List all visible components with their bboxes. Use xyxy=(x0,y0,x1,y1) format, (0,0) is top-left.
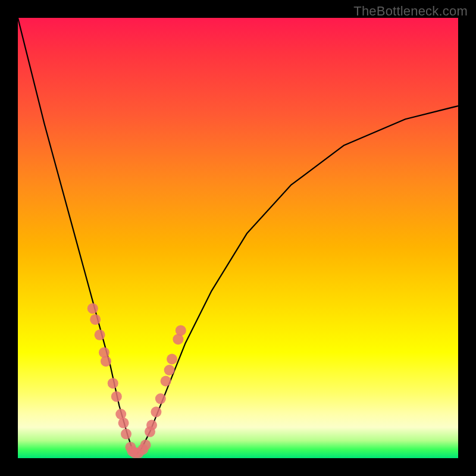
marker-point xyxy=(108,378,118,389)
marker-point xyxy=(140,440,151,450)
marker-point xyxy=(176,325,186,336)
marker-point xyxy=(101,356,111,367)
marker-point xyxy=(121,428,131,439)
marker-point xyxy=(95,330,105,340)
marker-point xyxy=(118,418,129,428)
marker-point xyxy=(164,365,175,375)
marker-point xyxy=(167,354,177,365)
plot-area xyxy=(18,18,458,458)
marker-point xyxy=(111,391,122,402)
marker-point xyxy=(161,376,171,387)
marker-point xyxy=(146,420,157,431)
outer-frame: TheBottleneck.com xyxy=(0,0,476,476)
marker-point xyxy=(151,406,161,417)
marker-point xyxy=(155,393,166,404)
marker-point xyxy=(87,303,98,314)
bottleneck-curve xyxy=(18,18,458,454)
marker-point xyxy=(90,314,101,325)
marker-group xyxy=(87,303,186,458)
chart-svg xyxy=(18,18,458,458)
watermark-text: TheBottleneck.com xyxy=(353,4,468,19)
marker-point xyxy=(99,347,109,358)
